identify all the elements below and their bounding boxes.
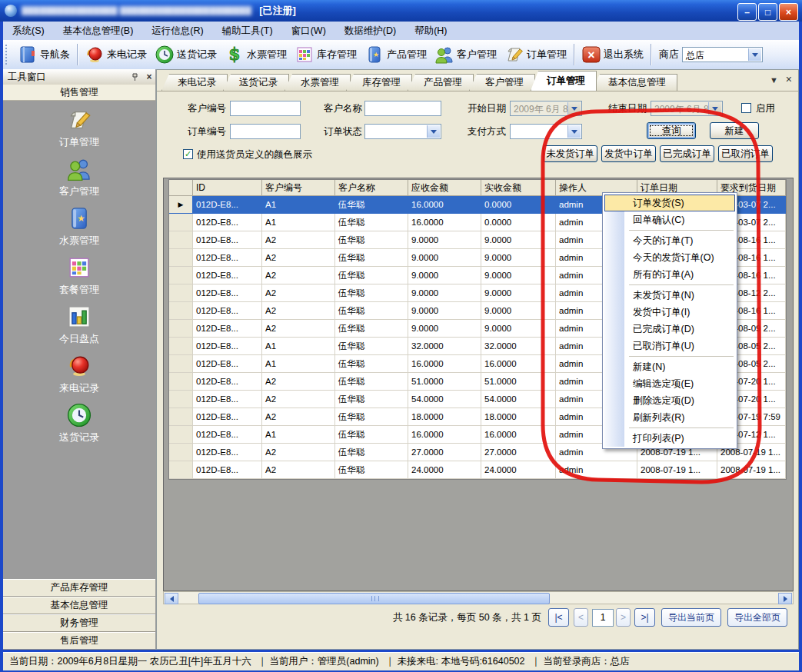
completed-orders-button[interactable]: 已完成订单: [660, 145, 714, 162]
pin-icon[interactable]: [131, 73, 143, 82]
last-page-button[interactable]: >|: [634, 608, 655, 627]
customer-no-input[interactable]: [230, 101, 301, 116]
cancelled-orders-button[interactable]: 已取消订单: [718, 145, 773, 162]
export-current-page-button[interactable]: 导出当前页: [661, 608, 721, 627]
chevron-down-icon[interactable]: [708, 102, 721, 115]
header-receivable[interactable]: 应收金额: [408, 180, 481, 196]
toolbar-customer-button[interactable]: 客户管理: [431, 45, 501, 65]
header-received[interactable]: 实收金额: [481, 180, 556, 196]
sidebar-item-delivery-log[interactable]: 送货记录: [3, 398, 155, 447]
context-menu-item[interactable]: 刷新列表(R): [604, 409, 735, 426]
maximize-button[interactable]: □: [758, 3, 777, 21]
tab-close-icon[interactable]: ×: [786, 75, 792, 85]
toolbar-inventory-button[interactable]: 库存管理: [291, 45, 361, 65]
new-button[interactable]: 新建: [710, 122, 759, 139]
scrollbar-thumb[interactable]: [198, 593, 550, 604]
menu-item[interactable]: 帮助(H): [405, 22, 456, 40]
tab[interactable]: 产品管理: [408, 74, 474, 91]
context-menu-item[interactable]: 打印列表(P): [604, 430, 735, 447]
first-page-button[interactable]: |<: [548, 608, 569, 627]
prev-page-button[interactable]: <: [574, 608, 588, 627]
scroll-left-icon[interactable]: [165, 593, 178, 604]
cell-received: 9.0000: [481, 284, 556, 302]
cell-received: 9.0000: [481, 320, 556, 338]
sidebar-item-water-ticket-mgmt[interactable]: ★ 水票管理: [3, 201, 155, 251]
toolbar-product-button[interactable]: ★ 产品管理: [361, 45, 431, 65]
export-all-pages-button[interactable]: 导出全部页: [727, 608, 787, 627]
menu-item[interactable]: 运行信息(R): [142, 22, 212, 40]
menu-item[interactable]: 窗口(W): [282, 22, 335, 40]
tab[interactable]: 客户管理: [469, 74, 535, 91]
end-date-picker[interactable]: 2009年 6月 8日: [651, 101, 723, 116]
query-button[interactable]: 查询: [647, 122, 696, 139]
menu-item[interactable]: 辅助工具(T): [213, 22, 282, 40]
page-number-input[interactable]: 1: [592, 609, 614, 627]
tool-window-close-icon[interactable]: ×: [143, 72, 155, 82]
header-customer-name[interactable]: 客户名称: [335, 180, 408, 196]
sidebar-item-package-mgmt[interactable]: 套餐管理: [3, 251, 155, 300]
tab-dropdown-icon[interactable]: ▼: [770, 75, 778, 85]
customer-name-input[interactable]: [364, 101, 441, 116]
order-status-select[interactable]: [364, 124, 441, 139]
sidebar-item-today-stocktake[interactable]: 今日盘点: [3, 300, 155, 349]
table-row[interactable]: 012D-E8... A2 伍华聪 24.0000 24.0000 admin …: [169, 461, 786, 479]
sidebar-item-customer-mgmt[interactable]: 客户管理: [3, 152, 155, 201]
chevron-down-icon[interactable]: [567, 102, 581, 115]
start-date-picker[interactable]: 2009年 6月 8日: [510, 101, 582, 116]
close-button[interactable]: ×: [779, 3, 798, 21]
context-menu-item[interactable]: 已完成订单(D): [604, 321, 735, 338]
toolbar-delivery-log-button[interactable]: 送货记录: [151, 45, 221, 65]
svg-text:×: ×: [587, 48, 594, 62]
toolbar-call-log-button[interactable]: 来电记录: [81, 45, 151, 65]
horizontal-scrollbar[interactable]: [163, 591, 794, 604]
context-menu-item[interactable]: 发货中订单(I): [604, 304, 735, 321]
toolbar-exit-button[interactable]: × 退出系统: [577, 45, 647, 65]
tab[interactable]: 来电记录: [161, 74, 228, 91]
menu-item[interactable]: 系统(S): [3, 22, 54, 40]
toolbar-water-ticket-button[interactable]: $ 水票管理: [221, 45, 291, 65]
next-page-button[interactable]: >: [616, 608, 631, 627]
tab[interactable]: 基本信息管理: [592, 74, 677, 91]
unshipped-orders-button[interactable]: 未发货订单: [543, 145, 597, 162]
context-menu-item[interactable]: 订单发货(S): [604, 195, 735, 211]
cell-operator: admin: [556, 461, 637, 479]
tab[interactable]: 订单管理: [531, 71, 597, 91]
header-customer-no[interactable]: 客户编号: [262, 180, 335, 196]
context-menu-item[interactable]: 未发货订单(N): [604, 287, 735, 304]
context-menu-item[interactable]: 所有的订单(A): [604, 266, 735, 283]
menu-item[interactable]: 基本信息管理(B): [54, 22, 143, 40]
context-menu-item[interactable]: 今天的订单(T): [604, 232, 735, 249]
cell-receivable: 24.0000: [408, 461, 481, 479]
color-display-checkbox[interactable]: ✓: [183, 149, 193, 159]
tab[interactable]: 库存管理: [346, 74, 412, 91]
header-id[interactable]: ID: [193, 180, 262, 196]
sidebar-item-call-log[interactable]: 来电记录: [3, 349, 155, 398]
context-menu-item[interactable]: 删除选定项(D): [604, 392, 735, 409]
shop-select[interactable]: 总店: [682, 47, 763, 62]
sidebar-section-button[interactable]: 售后管理: [3, 632, 155, 650]
context-menu-item[interactable]: 新建(N): [604, 358, 735, 375]
context-menu-item[interactable]: 编辑选定项(E): [604, 375, 735, 392]
sidebar-section-button[interactable]: 基本信息管理: [3, 597, 155, 614]
chevron-down-icon[interactable]: [567, 125, 581, 138]
order-no-input[interactable]: [230, 124, 301, 139]
sidebar-section-button[interactable]: 产品库存管理: [3, 579, 155, 597]
toolbar-navigator-button[interactable]: 导航条: [14, 45, 74, 65]
tab[interactable]: 送货记录: [223, 74, 289, 91]
shipping-orders-button[interactable]: 发货中订单: [601, 145, 656, 162]
context-menu-item[interactable]: 回单确认(C): [604, 211, 735, 228]
sidebar-item-order-mgmt[interactable]: 订单管理: [3, 103, 155, 152]
tab[interactable]: 水票管理: [285, 74, 351, 91]
menu-item[interactable]: 数据维护(D): [335, 22, 405, 40]
sidebar-section-button[interactable]: 财务管理: [3, 614, 155, 632]
chevron-down-icon[interactable]: [748, 48, 761, 61]
scroll-right-icon[interactable]: [778, 593, 792, 604]
sidebar-section-sales[interactable]: 销售管理: [3, 85, 155, 101]
chevron-down-icon[interactable]: [427, 125, 440, 138]
enable-checkbox[interactable]: [741, 103, 751, 113]
minimize-button[interactable]: –: [737, 3, 757, 21]
toolbar-order-button[interactable]: 订单管理: [501, 45, 571, 65]
pay-method-select[interactable]: [510, 124, 582, 139]
context-menu-item[interactable]: 已取消订单(U): [604, 338, 735, 354]
context-menu-item[interactable]: 今天的发货订单(O): [604, 249, 735, 266]
